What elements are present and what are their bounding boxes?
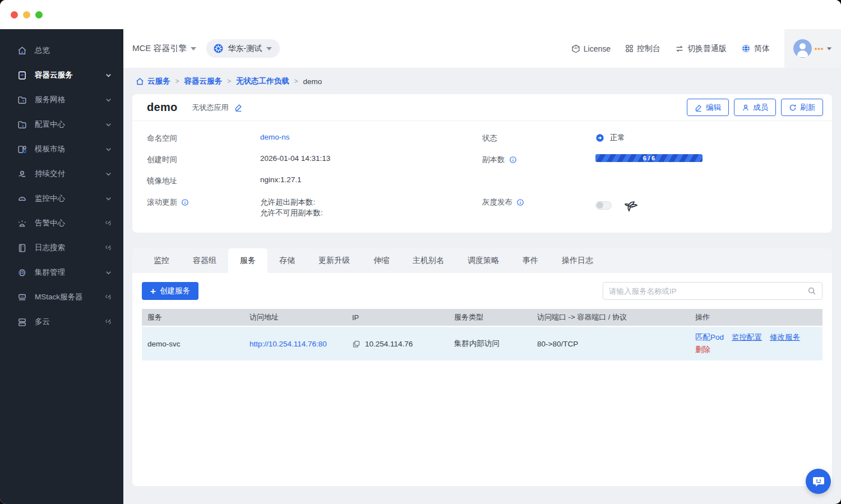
tab-storage[interactable]: 存储: [267, 248, 307, 273]
breadcrumb-separator: >: [227, 77, 231, 85]
workload-type-label: 无状态应用: [192, 103, 229, 113]
sidebar-item-mstack-server[interactable]: MStack服务器: [0, 285, 123, 309]
chevron-down-icon: [104, 170, 112, 178]
breadcrumb-cloud-services[interactable]: 云服务: [136, 76, 170, 86]
search-icon[interactable]: [807, 286, 816, 295]
info-icon[interactable]: [181, 198, 189, 206]
logs-icon: [17, 243, 27, 253]
sidebar-item-label: 日志搜索: [35, 243, 104, 253]
switch-edition-link[interactable]: 切换普通版: [675, 44, 727, 54]
delete-service-action[interactable]: 删除: [695, 345, 710, 355]
members-button[interactable]: 成员: [734, 99, 776, 116]
chat-bubble-icon: [812, 475, 825, 488]
tab-scheduling-policy[interactable]: 调度策略: [456, 248, 511, 273]
tab-host-aliases[interactable]: 主机别名: [401, 248, 456, 273]
plus-icon: +: [150, 286, 156, 296]
home-icon: [17, 45, 27, 56]
create-service-button[interactable]: + 创建服务: [142, 282, 198, 300]
status-running-icon: [595, 133, 604, 142]
tab-upgrade[interactable]: 更新升级: [307, 248, 362, 273]
maximize-window-button[interactable]: [35, 11, 43, 19]
info-icon[interactable]: [516, 198, 524, 206]
sidebar-item-template-market[interactable]: 模板市场: [0, 137, 123, 161]
edit-button[interactable]: 编辑: [687, 99, 729, 116]
sidebar-item-label: 监控中心: [35, 193, 104, 204]
tab-services[interactable]: 服务: [228, 248, 267, 273]
console-link[interactable]: 控制台: [625, 44, 660, 54]
user-menu[interactable]: •••: [784, 29, 841, 68]
sidebar-item-overview[interactable]: 总览: [0, 38, 123, 63]
page-content: 云服务 > 容器云服务 > 无状态工作负载 > demo demo 无状态应用: [123, 68, 841, 504]
service-ip: 10.254.114.76: [365, 340, 413, 348]
monitor-icon: [17, 193, 27, 204]
locale-switcher[interactable]: 简体: [741, 44, 770, 54]
switch-edition-label: 切换普通版: [687, 44, 727, 54]
cluster-name: 华东-测试: [228, 44, 262, 54]
refresh-button[interactable]: 刷新: [781, 99, 823, 116]
row-actions: 匹配Pod 监控配置 修改服务 删除: [690, 327, 822, 360]
modify-service-action[interactable]: 修改服务: [770, 332, 800, 343]
external-link-icon: [104, 219, 112, 227]
sidebar-item-monitor-center[interactable]: 监控中心: [0, 186, 123, 211]
delivery-icon: [17, 169, 27, 179]
sidebar-item-service-mesh[interactable]: 服务网格: [0, 87, 123, 112]
info-icon[interactable]: [509, 156, 517, 164]
support-chat-button[interactable]: [806, 469, 831, 494]
tab-pods[interactable]: 容器组: [181, 248, 228, 273]
sidebar-item-label: 集群管理: [35, 267, 104, 278]
chevron-down-icon: [104, 96, 112, 104]
workload-detail-card: 监控 容器组 服务 存储 更新升级 伸缩 主机别名 调度策略 事件 操作日志: [132, 248, 832, 486]
table-row: demo-svc http://10.254.114.76:80 10.254.…: [142, 326, 822, 360]
globe-icon: [741, 44, 751, 53]
home-icon: [136, 77, 144, 86]
sidebar-item-multicloud[interactable]: 多云: [0, 309, 123, 334]
tab-monitoring[interactable]: 监控: [142, 248, 181, 273]
minimize-window-button[interactable]: [23, 11, 30, 19]
service-url-link[interactable]: http://10.254.114.76:80: [249, 340, 327, 348]
cluster-selector[interactable]: 华东-测试: [206, 39, 280, 58]
breadcrumb-container-cloud[interactable]: 容器云服务: [184, 76, 223, 86]
license-icon: [571, 44, 580, 53]
sidebar-item-config-center[interactable]: 配置中心: [0, 112, 123, 137]
sidebar-item-label: 多云: [35, 317, 104, 327]
tab-operation-logs[interactable]: 操作日志: [550, 248, 605, 273]
breadcrumb-separator: >: [175, 77, 179, 85]
product-switcher[interactable]: MCE 容器引擎: [132, 43, 196, 54]
external-link-icon: [104, 293, 112, 301]
main-header: MCE 容器引擎 华东-测试 License: [123, 29, 841, 68]
license-link[interactable]: License: [571, 44, 611, 53]
tab-scaling[interactable]: 伸缩: [362, 248, 401, 273]
namespace-link[interactable]: demo-ns: [260, 133, 290, 141]
chevron-down-icon: [104, 145, 112, 153]
gray-release-toggle[interactable]: [595, 201, 612, 210]
close-window-button[interactable]: [11, 11, 18, 19]
sidebar-item-cluster-management[interactable]: 集群管理: [0, 260, 123, 285]
container-icon: [17, 70, 27, 80]
breadcrumb-stateless-workload[interactable]: 无状态工作负载: [236, 76, 289, 86]
template-icon: [17, 144, 27, 154]
sidebar-item-container-cloud[interactable]: 容器云服务: [0, 63, 123, 87]
sidebar-item-alert-center[interactable]: 告警中心: [0, 211, 123, 235]
image-label: 镜像地址: [147, 175, 260, 186]
cluster-icon: [17, 267, 27, 278]
chevron-down-icon: [104, 121, 112, 128]
tab-events[interactable]: 事件: [511, 248, 550, 273]
alarm-icon: [17, 218, 27, 228]
col-service-type: 服务类型: [449, 309, 532, 326]
gray-release-label: 灰度发布: [482, 197, 595, 207]
match-pod-action[interactable]: 匹配Pod: [695, 332, 724, 343]
chevron-down-icon: [266, 47, 272, 50]
sidebar-item-log-search[interactable]: 日志搜索: [0, 235, 123, 260]
app-window: 总览 容器云服务 服务网格: [0, 0, 841, 504]
edit-description-icon[interactable]: [234, 103, 243, 112]
col-ports: 访问端口 -> 容器端口 / 协议: [532, 309, 690, 326]
monitor-config-action[interactable]: 监控配置: [732, 332, 762, 343]
chevron-down-icon: [104, 195, 112, 202]
chevron-down-icon: [104, 269, 112, 276]
sidebar-item-continuous-delivery[interactable]: 持续交付: [0, 161, 123, 186]
service-search-input[interactable]: [609, 287, 807, 295]
console-label: 控制台: [637, 44, 660, 54]
kubernetes-icon: [213, 43, 224, 54]
copy-icon[interactable]: [352, 340, 361, 348]
external-link-icon: [104, 244, 112, 252]
